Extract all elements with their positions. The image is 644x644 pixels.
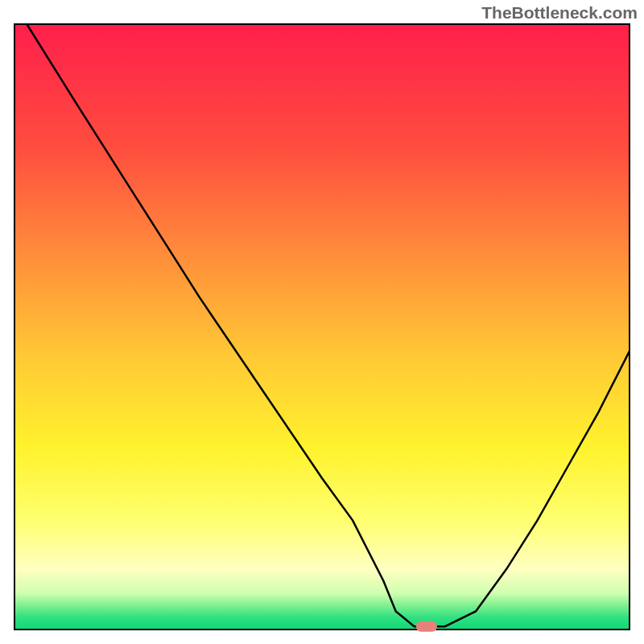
chart-svg (0, 0, 644, 644)
gradient-background (14, 24, 630, 630)
bottleneck-chart: TheBottleneck.com (0, 0, 644, 644)
optimal-marker (416, 621, 437, 632)
watermark-text: TheBottleneck.com (481, 3, 638, 23)
